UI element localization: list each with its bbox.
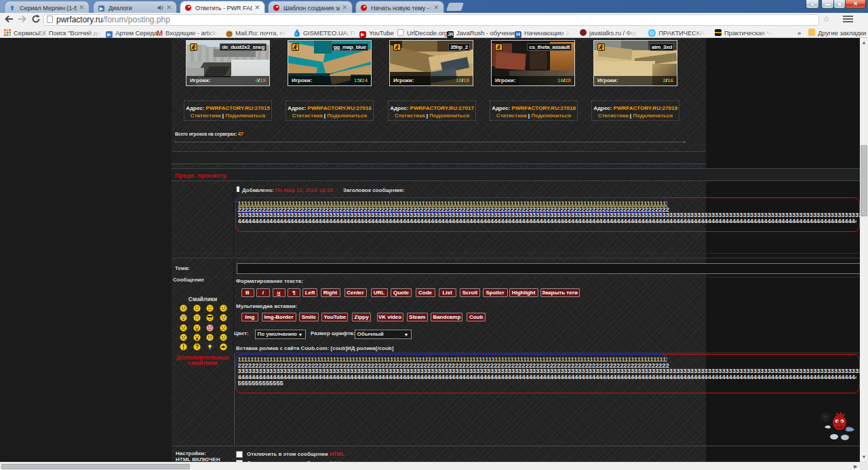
svg-text:?: ? xyxy=(195,343,198,350)
